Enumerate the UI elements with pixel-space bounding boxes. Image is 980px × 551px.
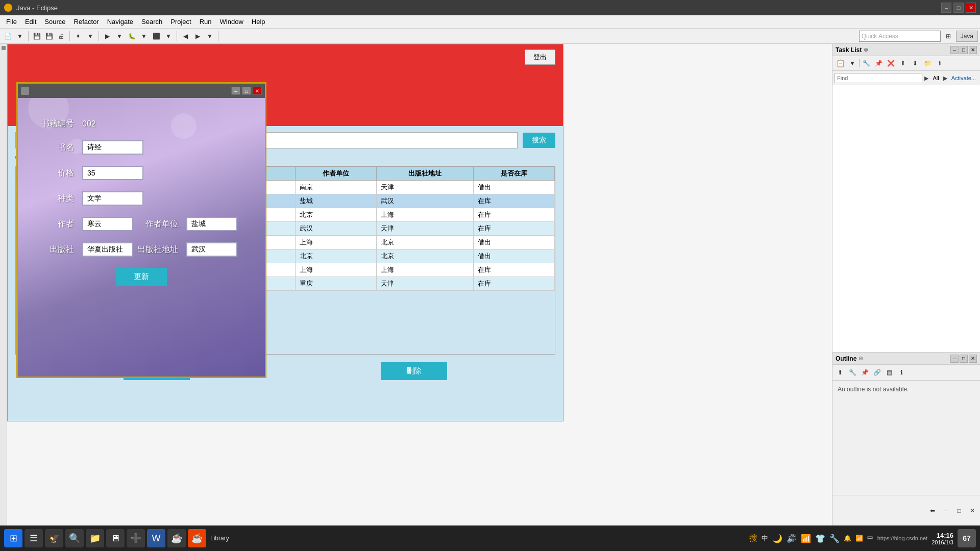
print-button[interactable]: 🖨 bbox=[56, 31, 67, 42]
taskbar-icon-6[interactable]: ➕ bbox=[127, 529, 145, 547]
perspectives-button[interactable]: ⊞ bbox=[943, 31, 954, 42]
author-unit-input[interactable] bbox=[186, 217, 237, 231]
next-button[interactable]: ▶ bbox=[192, 31, 203, 42]
menu-navigate[interactable]: Navigate bbox=[103, 16, 137, 27]
task-icon-4[interactable]: ❌ bbox=[885, 58, 896, 69]
start-button[interactable]: ⊞ bbox=[4, 529, 22, 547]
br-btn-3[interactable]: □ bbox=[953, 505, 965, 516]
outline-minimize[interactable]: – bbox=[950, 355, 959, 363]
menu-search[interactable]: Search bbox=[137, 16, 166, 27]
run-arrow[interactable]: ▼ bbox=[114, 31, 125, 42]
find-arrow[interactable]: ▶ bbox=[924, 75, 928, 82]
logout-button[interactable]: 登出 bbox=[525, 49, 555, 65]
all-label[interactable]: All bbox=[930, 74, 941, 82]
activate-label[interactable]: Activate... bbox=[949, 74, 978, 82]
search-button[interactable]: 搜索 bbox=[523, 133, 555, 148]
taskbar-icon-1[interactable]: ☰ bbox=[24, 529, 43, 547]
java-tab[interactable]: Java bbox=[956, 31, 978, 42]
menu-run[interactable]: Run bbox=[195, 16, 216, 27]
outline-btn-1[interactable]: ⬆ bbox=[835, 367, 846, 378]
pub-addr-input[interactable] bbox=[186, 242, 237, 257]
menu-refactor[interactable]: Refactor bbox=[70, 16, 103, 27]
task-icon-3[interactable]: 📌 bbox=[873, 58, 884, 69]
menu-help[interactable]: Help bbox=[248, 16, 270, 27]
menu-file[interactable]: File bbox=[2, 16, 21, 27]
outline-titlebar: Outline ⊗ – □ ✕ bbox=[832, 353, 980, 365]
run-button[interactable]: ▶ bbox=[102, 31, 113, 42]
task-icon-2[interactable]: 🔧 bbox=[861, 58, 872, 69]
taskbar-icon-word[interactable]: W bbox=[147, 529, 165, 547]
menu-source[interactable]: Source bbox=[40, 16, 69, 27]
update-dialog-button[interactable]: 更新 bbox=[116, 268, 167, 286]
menu-bar: File Edit Source Refactor Navigate Searc… bbox=[0, 15, 980, 29]
outline-close[interactable]: ✕ bbox=[969, 355, 977, 363]
task-icon-5[interactable]: ⬆ bbox=[897, 58, 909, 69]
dialog-minimize[interactable]: – bbox=[231, 87, 240, 95]
toolbar-btn-2[interactable]: ▼ bbox=[14, 31, 26, 42]
taskbar-icon-4[interactable]: 📁 bbox=[86, 529, 104, 547]
save-button[interactable]: 💾 bbox=[31, 31, 42, 42]
outline-maximize[interactable]: □ bbox=[960, 355, 968, 363]
taskbar-icon-5[interactable]: 🖥 bbox=[106, 529, 125, 547]
outline-btn-5[interactable]: ▤ bbox=[884, 367, 895, 378]
task-icon-7[interactable]: 📁 bbox=[922, 58, 933, 69]
task-new-icon[interactable]: 📋 bbox=[835, 58, 846, 69]
minimize-button[interactable]: – bbox=[941, 3, 951, 13]
outline-btn-3[interactable]: 📌 bbox=[859, 367, 870, 378]
br-btn-2[interactable]: – bbox=[940, 505, 951, 516]
quick-access-input[interactable]: Quick Access bbox=[859, 31, 941, 42]
task-toolbar-arrow[interactable]: ▼ bbox=[847, 58, 858, 69]
new-button[interactable]: 📄 bbox=[2, 31, 13, 42]
menu-project[interactable]: Project bbox=[166, 16, 195, 27]
outline-btn-2[interactable]: 🔧 bbox=[847, 367, 858, 378]
taskbar-icon-java[interactable]: ☕ bbox=[188, 529, 206, 547]
stop-button[interactable]: ⬛ bbox=[151, 31, 162, 42]
refactor-button[interactable]: ✦ bbox=[72, 31, 84, 42]
tray-icon-5[interactable]: 🔧 bbox=[829, 534, 840, 543]
author-input[interactable] bbox=[82, 217, 133, 231]
panel-close[interactable]: ✕ bbox=[969, 46, 977, 54]
prev-button[interactable]: ◀ bbox=[180, 31, 191, 42]
stop-arrow[interactable]: ▼ bbox=[163, 31, 174, 42]
menu-edit[interactable]: Edit bbox=[21, 16, 40, 27]
library-label: Library bbox=[210, 535, 229, 542]
outline-btn-4[interactable]: 🔗 bbox=[871, 367, 883, 378]
taskbar-icon-2[interactable]: 🦅 bbox=[45, 529, 63, 547]
task-find-input[interactable] bbox=[835, 73, 922, 83]
tray-icon-1[interactable]: 🌙 bbox=[772, 534, 782, 543]
publisher-input[interactable] bbox=[82, 242, 133, 257]
all-arrow[interactable]: ▶ bbox=[943, 75, 947, 82]
type-input[interactable] bbox=[82, 191, 143, 206]
dialog-close[interactable]: ✕ bbox=[253, 87, 262, 95]
tray-icon-3[interactable]: 📶 bbox=[801, 534, 811, 543]
panel-maximize[interactable]: □ bbox=[960, 46, 968, 54]
tray-cn[interactable]: 中 bbox=[762, 534, 768, 543]
lang-icon[interactable]: 中 bbox=[867, 534, 873, 543]
panel-minimize[interactable]: – bbox=[950, 46, 959, 54]
dialog-maximize[interactable]: □ bbox=[242, 87, 251, 95]
delete-button[interactable]: 删除 bbox=[381, 362, 447, 380]
tray-icon-4[interactable]: 👕 bbox=[815, 534, 825, 543]
maximize-button[interactable]: □ bbox=[953, 3, 964, 13]
refactor-arrow[interactable]: ▼ bbox=[85, 31, 96, 42]
debug-button[interactable]: 🐛 bbox=[126, 31, 137, 42]
debug-arrow[interactable]: ▼ bbox=[138, 31, 150, 42]
tray-icon-2[interactable]: 🔊 bbox=[787, 534, 797, 543]
price-input[interactable] bbox=[82, 166, 143, 180]
tray-sougou[interactable]: 搜 bbox=[749, 533, 757, 544]
task-icon-8[interactable]: ℹ bbox=[934, 58, 945, 69]
save-all-button[interactable]: 💾 bbox=[43, 31, 55, 42]
menu-window[interactable]: Window bbox=[216, 16, 248, 27]
book-name-input[interactable] bbox=[82, 140, 143, 155]
taskbar-icon-eclipse[interactable]: ☕ bbox=[167, 529, 186, 547]
notification-badge[interactable]: 67 bbox=[958, 529, 976, 547]
left-bar-icon[interactable] bbox=[2, 46, 6, 50]
taskbar-icon-3[interactable]: 🔍 bbox=[65, 529, 84, 547]
outline-btn-6[interactable]: ℹ bbox=[896, 367, 907, 378]
left-icon-bar bbox=[0, 44, 7, 525]
nav-arrow[interactable]: ▼ bbox=[204, 31, 215, 42]
br-btn-1[interactable]: ⬅ bbox=[927, 505, 938, 516]
close-button[interactable]: ✕ bbox=[966, 3, 976, 13]
br-btn-4[interactable]: ✕ bbox=[967, 505, 978, 516]
task-icon-6[interactable]: ⬇ bbox=[910, 58, 921, 69]
